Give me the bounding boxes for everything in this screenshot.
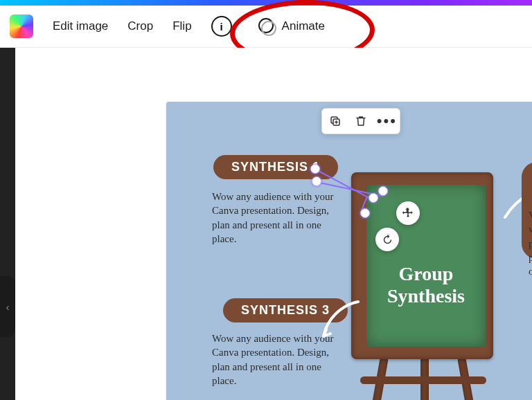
- editor-toolbar: Edit image Crop Flip i Animate: [0, 6, 532, 48]
- snippet: w: [529, 224, 532, 235]
- motion-path-node[interactable]: [378, 186, 388, 196]
- more-options-button[interactable]: •••: [380, 114, 393, 128]
- move-icon: [402, 207, 414, 219]
- delete-button[interactable]: [354, 114, 368, 128]
- synthesis-1-body[interactable]: Wow any audience with your Canva present…: [212, 190, 344, 246]
- snippet: p: [529, 252, 532, 263]
- rail-collapse-handle[interactable]: ‹: [0, 276, 15, 337]
- left-rail: ‹: [0, 48, 15, 400]
- board-title-line1: Group: [399, 263, 454, 284]
- synthesis-2-body-partial[interactable]: V w p p o: [529, 208, 532, 278]
- animate-button[interactable]: Animate: [251, 14, 332, 39]
- animate-label: Animate: [282, 19, 325, 33]
- synthesis-3-body[interactable]: Wow any audience with your Canva present…: [212, 331, 344, 388]
- canvas-area[interactable]: SYNTHESIS 1 Wow any audience with your C…: [15, 48, 532, 400]
- crop-button[interactable]: Crop: [127, 19, 153, 33]
- connector-arrow: [320, 298, 362, 340]
- browser-chrome-accent: [0, 0, 532, 6]
- snippet: o: [529, 266, 532, 277]
- motion-path-node[interactable]: [310, 164, 320, 174]
- duplicate-button[interactable]: [328, 114, 342, 128]
- trash-icon: [355, 115, 367, 127]
- info-icon[interactable]: i: [211, 16, 232, 37]
- snippet: p: [529, 238, 532, 249]
- rotate-handle[interactable]: [375, 228, 399, 251]
- board-title-line2: Synthesis: [387, 285, 465, 307]
- color-picker-swatch[interactable]: [10, 15, 33, 38]
- move-handle[interactable]: [396, 201, 420, 225]
- snippet: V: [529, 210, 532, 221]
- element-context-bar: •••: [321, 108, 400, 134]
- duplicate-icon: [329, 115, 342, 127]
- chalkboard-title: Group Synthesis: [366, 263, 486, 307]
- easel-graphic[interactable]: Group Synthesis: [348, 172, 507, 400]
- editor-workspace: ‹ SYNTHESIS 1 Wow any audience with your…: [0, 48, 532, 400]
- animate-icon: [258, 18, 275, 35]
- rotate-icon: [382, 234, 393, 246]
- flip-button[interactable]: Flip: [172, 19, 191, 33]
- edit-image-button[interactable]: Edit image: [53, 19, 108, 33]
- easel-crossbar: [360, 376, 486, 384]
- motion-path-node[interactable]: [312, 176, 321, 186]
- chalkboard: Group Synthesis: [366, 185, 486, 347]
- motion-path-node[interactable]: [360, 208, 370, 218]
- motion-path-node[interactable]: [369, 193, 378, 203]
